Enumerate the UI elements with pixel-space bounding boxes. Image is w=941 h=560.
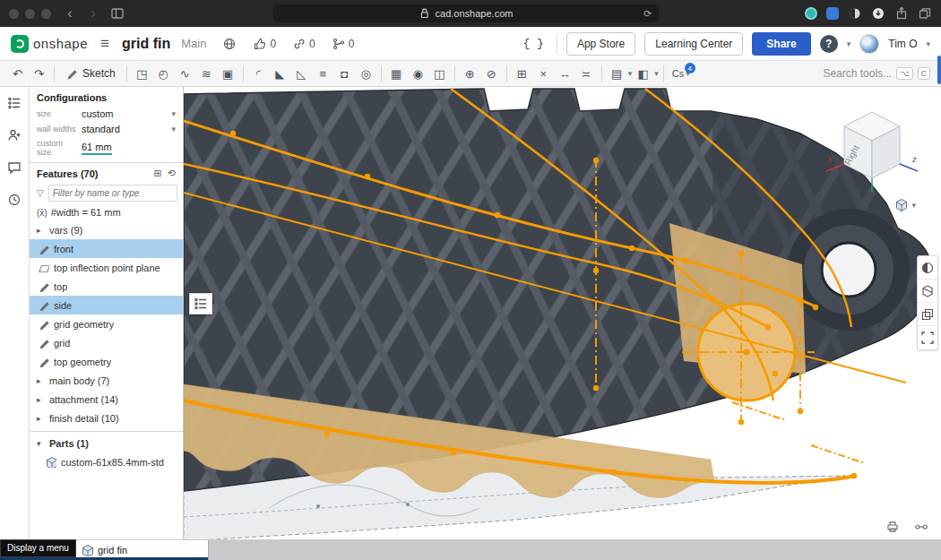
linear-pattern-icon[interactable]: ▦ (386, 64, 407, 83)
workspace-name[interactable]: Main (181, 37, 206, 50)
split-icon[interactable]: ⊘ (481, 64, 502, 83)
search-tools-input[interactable]: Search tools... ⌥ C (823, 67, 934, 80)
view-options-button[interactable]: ▾ (894, 198, 916, 212)
thicken-icon[interactable]: ▣ (218, 64, 238, 83)
shell-icon[interactable]: ◘ (334, 64, 355, 83)
extrude-icon[interactable]: ◳ (132, 64, 152, 83)
feature-item-side[interactable]: side (30, 296, 183, 314)
display-caret-icon[interactable]: ▾ (654, 69, 659, 78)
hole-icon[interactable]: ◎ (356, 64, 376, 83)
shaded-view-icon[interactable] (918, 256, 937, 280)
follow-user-icon[interactable] (4, 126, 24, 144)
draft-icon[interactable]: ◺ (291, 64, 312, 83)
zoom-window-icon[interactable] (41, 9, 51, 19)
address-bar[interactable]: cad.onshape.com ⟳ (273, 4, 659, 22)
wall-dropdown-caret-icon[interactable]: ▾ (171, 125, 176, 134)
feature-item-finish-detail[interactable]: ▸finish detail (10) (30, 409, 183, 427)
window-controls[interactable] (9, 9, 51, 19)
extension-icon-blue[interactable] (826, 7, 839, 20)
feature-item-front[interactable]: front (30, 239, 183, 258)
rib-icon[interactable]: ≡ (313, 64, 333, 83)
user-menu-caret-icon[interactable]: ▾ (926, 39, 930, 48)
custom-features-button[interactable]: Cs ▾ 4 (669, 68, 694, 79)
boolean-icon[interactable]: ⊕ (460, 64, 480, 83)
downloads-icon[interactable] (871, 6, 885, 21)
appearance-caret-icon[interactable]: ▾ (628, 69, 633, 78)
feature-filter-input[interactable] (48, 185, 177, 202)
tab-scroll-track[interactable] (208, 540, 941, 560)
close-window-icon[interactable] (9, 9, 19, 19)
expand-chevron-icon[interactable]: ▸ (37, 414, 45, 423)
shield-darkmode-icon[interactable] (848, 6, 862, 21)
printer-icon[interactable] (885, 520, 900, 534)
offset-surface-icon[interactable]: ≍ (576, 64, 597, 83)
expand-chevron-icon[interactable]: ▸ (37, 395, 45, 404)
sketch-button[interactable]: Sketch (59, 65, 122, 82)
custom-size-input[interactable]: 61 mm (82, 142, 112, 155)
feature-item-vars[interactable]: ▸vars (9) (30, 220, 183, 239)
undo-icon[interactable]: ↶ (7, 64, 28, 83)
delete-part-icon[interactable]: × (533, 64, 554, 83)
app-store-button[interactable]: App Store (566, 32, 635, 56)
view-cube[interactable]: Right x z (823, 99, 923, 200)
feature-item-grid-geometry[interactable]: grid geometry (30, 314, 183, 333)
collapse-chevron-icon[interactable]: ▾ (37, 439, 45, 448)
featurescript-icon[interactable]: { } (520, 35, 548, 52)
feature-item-grid[interactable]: grid (30, 333, 183, 352)
features-list-flyout-button[interactable] (189, 293, 212, 314)
size-dropdown-caret-icon[interactable]: ▾ (171, 109, 176, 118)
chamfer-icon[interactable]: ◣ (270, 64, 290, 83)
versions-globe[interactable] (222, 37, 237, 51)
document-menu-icon[interactable]: ≡ (97, 35, 113, 53)
display-menu-icon[interactable]: ◧ (633, 64, 653, 83)
copies-counter[interactable]: 0 (332, 37, 355, 50)
comments-panel-icon[interactable] (4, 159, 24, 177)
sync-icon[interactable]: ⟲ (168, 168, 176, 179)
forward-button[interactable]: › (85, 6, 101, 21)
feature-item-top[interactable]: top (30, 277, 183, 296)
config-row-wall-widths[interactable]: wall widths standard▾ (30, 121, 183, 136)
like-counter[interactable]: 0 (253, 37, 276, 50)
zoom-fit-icon[interactable] (918, 326, 937, 349)
feature-item-top-inflection-plane[interactable]: top inflection point plane (30, 258, 183, 277)
parts-header[interactable]: ▾Parts (1) (30, 434, 183, 452)
link-counter[interactable]: 0 (292, 37, 315, 50)
appearance-menu-icon[interactable]: ▤ (607, 64, 627, 83)
extension-icon-teal[interactable] (805, 7, 817, 20)
feature-item-top-geometry[interactable]: top geometry (30, 352, 183, 371)
redo-icon[interactable]: ↷ (29, 64, 49, 83)
mass-properties-icon[interactable] (914, 520, 928, 534)
circular-pattern-icon[interactable]: ◉ (408, 64, 428, 83)
part-item[interactable]: custom-61x85.4mm-std (30, 452, 183, 471)
feature-item-main-body[interactable]: ▸main body (7) (30, 371, 183, 390)
transform-icon[interactable]: ⊞ (512, 64, 532, 83)
help-button[interactable]: ? (820, 35, 838, 53)
share-button[interactable]: Share (752, 32, 810, 56)
tab-overview-icon[interactable] (918, 6, 932, 21)
user-avatar[interactable] (859, 34, 879, 54)
reload-icon[interactable]: ⟳ (643, 8, 652, 20)
revolve-icon[interactable]: ◴ (153, 64, 174, 83)
graphics-viewport[interactable]: Right x z ▾ (184, 87, 941, 539)
config-row-custom-size[interactable]: custom size 61 mm (30, 136, 183, 159)
variable-row[interactable]: (x̄) #width = 61 mm (30, 204, 183, 220)
onshape-logo[interactable]: onshape (11, 35, 88, 53)
section-view-icon[interactable] (918, 280, 937, 303)
minimize-window-icon[interactable] (25, 9, 35, 19)
config-row-size[interactable]: size custom▾ (30, 106, 183, 121)
share-page-icon[interactable] (894, 6, 909, 21)
expand-chevron-icon[interactable]: ▸ (37, 226, 45, 235)
history-panel-icon[interactable] (4, 191, 24, 209)
mirror-icon[interactable]: ◫ (429, 64, 450, 83)
back-button[interactable]: ‹ (62, 6, 78, 21)
sweep-icon[interactable]: ∿ (175, 64, 195, 83)
page-scroll-indicator[interactable] (937, 56, 941, 84)
fillet-icon[interactable]: ◜ (248, 64, 269, 83)
insert-feature-icon[interactable]: ⊞ (154, 168, 162, 179)
display-modes-icon[interactable] (918, 303, 937, 326)
move-face-icon[interactable]: ↔ (555, 64, 575, 83)
sidebar-toggle-icon[interactable] (108, 5, 126, 22)
feature-list-panel-icon[interactable] (4, 94, 24, 112)
expand-chevron-icon[interactable]: ▸ (37, 376, 45, 385)
loft-icon[interactable]: ≋ (196, 64, 217, 83)
